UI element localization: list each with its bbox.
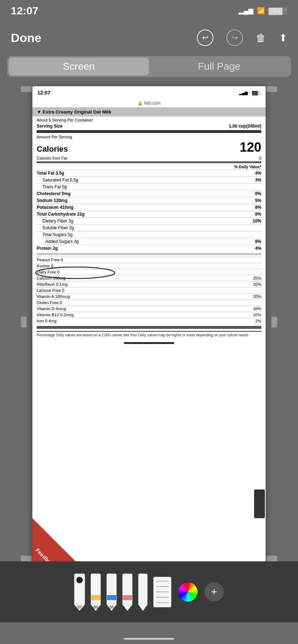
nutrient-total-sugars: Total Sugars 5g [37,231,261,238]
medium-divider-1 [37,161,261,163]
ruler-tool[interactable] [153,577,171,607]
calories-fat-value: 0 [259,156,261,160]
status-time: 12:07 [11,5,39,17]
calories-row: Calories 120 [37,139,261,156]
redo-icon: ↪ [231,33,238,42]
info-dairy-free-container: Dairy Free 0 [37,269,261,275]
handle-bottom-left[interactable] [21,556,32,561]
nutrient-soluble-fiber: Soluble Fiber 2g [37,224,261,231]
battery-icon: ▓▓▓░ [268,7,287,15]
handle-middle-right[interactable] [271,317,277,327]
signal-icon: ▂▄▆ [239,7,253,15]
inner-home-indicator [124,342,174,344]
footnote: Percentage Daily values are based on a 2… [37,331,261,339]
nutrition-product-header: ▼ Extra Creamy Original Oat Milk [32,107,266,116]
nutrient-total-carb: Total Carbohydrate 22g 8% [37,211,261,217]
done-button[interactable]: Done [11,31,41,45]
info-vitamin-d: Vitamin D 4mcg 20% [37,305,261,312]
toolbar-actions: ↩ ↪ 🗑 ⬆ [197,29,287,46]
screenshot-frame: 12:07 ▂▄▆ ◦ ▓▓░ 🔒 heb.com ▼ Extra Creamy… [32,86,266,561]
info-dairy-free: Dairy Free 0 [37,269,261,275]
inner-signal-icon: ▂▄▆ [239,91,248,95]
serving-size-value: 1.00 cup(240ml) [229,124,261,129]
nutrient-saturated-fat: Saturated Fat 0.5g 3% [37,176,261,183]
undo-button[interactable]: ↩ [197,29,213,46]
handle-bottom-right[interactable] [266,556,277,561]
scroll-bar[interactable] [254,489,265,518]
lock-icon: 🔒 [137,101,144,106]
screenshot-scroll: 12:07 ▂▄▆ ◦ ▓▓░ 🔒 heb.com ▼ Extra Creamy… [32,86,266,561]
nutrient-trans-fat: Trans Fat 0g [37,183,261,190]
info-kosher: Kosher 0 [37,263,261,269]
pen-yellow-number: 80 [94,605,98,609]
redo-button[interactable]: ↪ [226,29,243,46]
address-bar: 🔒 heb.com [32,99,266,107]
pen-blue[interactable]: 50 [107,574,117,611]
tab-full-page[interactable]: Full Page [149,58,289,75]
nutrition-content: About 6 Serving Per Container Serving Si… [32,116,266,344]
info-vitamin-a: Vitamin A 180mcg 20% [37,293,261,299]
nutrient-added-sugars: Added Sugars 4g 8% [37,238,261,245]
serving-size-row: Serving Size 1.00 cup(240ml) [37,123,261,129]
wifi-icon: 📶 [257,7,265,15]
url-text: heb.com [144,101,161,106]
info-vitamin-b12: Vitamin B12 0.2mcg 10% [37,312,261,318]
info-iron: Iron 0.4mg 2% [37,318,261,324]
nutrient-dietary-fiber: Dietary Fiber 3g 10% [37,217,261,224]
status-bar: 12:07 ▂▄▆ 📶 ▓▓▓░ [0,0,298,22]
tab-bar: Screen Full Page [0,54,298,79]
info-lactose-free: Lactose Free 0 [37,287,261,293]
pen-white[interactable] [138,574,148,611]
tab-screen[interactable]: Screen [9,58,149,75]
calories-fat-row: Calories from Fat 0 [37,156,261,161]
toolbar: Done ↩ ↪ 🗑 ⬆ [0,22,298,54]
thick-divider-1 [37,130,261,133]
nutrient-potassium: Potassium 410mg 8% [37,204,261,211]
status-icons: ▂▄▆ 📶 ▓▓▓░ [239,7,287,15]
pen-yellow[interactable]: 80 [91,574,101,611]
inner-status-icons: ▂▄▆ ◦ ▓▓░ [239,91,261,95]
nutrient-sodium: Sodium 120mg 5% [37,197,261,204]
daily-value-header: % Daily Value* [37,164,261,170]
share-button[interactable]: ⬆ [279,32,287,44]
gray-band [37,253,261,255]
info-gluten-free: Gluten Free 0 [37,299,261,305]
pen-black[interactable]: 97 [74,574,85,611]
home-indicator [124,638,174,640]
inner-battery-icon: ▓▓░ [252,91,261,95]
info-riboflavin: Riboflavin 0.1mg 10% [37,281,261,287]
undo-icon: ↩ [202,33,208,42]
nutrient-protein: Protein 2g 4% [37,245,261,252]
inner-time: 12:07 [37,90,50,96]
amount-per-serving: Amount Per Serving [37,134,261,139]
color-wheel[interactable] [177,581,199,603]
inner-status-bar: 12:07 ▂▄▆ ◦ ▓▓░ [32,86,266,99]
nutrient-cholesterol: Cholesterol 0mg 0% [37,190,261,197]
inner-wifi-icon: ◦ [249,91,250,95]
pen-black-number: 97 [77,605,82,609]
serving-size-label: Serving Size [37,124,62,129]
info-calcium: Calcium 350mg 25% [37,275,261,281]
pen-pink[interactable] [122,574,132,611]
pen-blue-number: 50 [109,605,114,609]
thick-divider-2 [37,326,261,329]
calories-label: Calories [37,144,68,154]
calories-value: 120 [240,140,261,155]
add-tool-button[interactable]: + [204,582,224,602]
handle-top-left[interactable] [21,86,32,92]
handle-top-right[interactable] [266,86,277,92]
delete-button[interactable]: 🗑 [256,32,266,44]
add-icon: + [211,586,217,598]
bottom-toolbar: 97 80 50 [0,561,298,622]
info-peanut-free: Peanut Free 0 [37,257,261,263]
tab-container: Screen Full Page [7,56,291,77]
servings-per-container: About 6 Serving Per Container [37,116,261,123]
nutrient-total-fat: Total Fat 3.5g 4% [37,170,261,176]
handle-middle-left[interactable] [21,317,27,327]
feedback-badge: Feedback [32,518,76,561]
calories-fat-label: Calories from Fat [37,156,67,160]
